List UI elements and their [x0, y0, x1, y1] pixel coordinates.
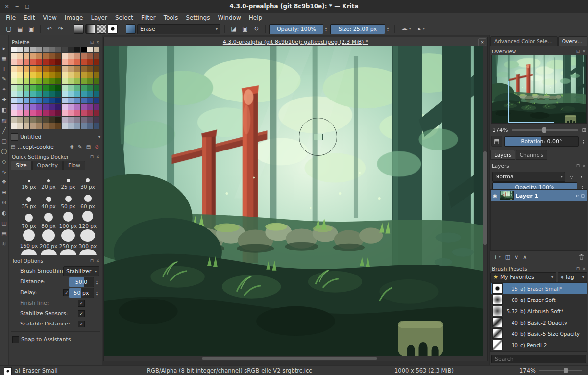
palette-swatch[interactable]	[30, 98, 36, 103]
palette-swatch[interactable]	[68, 47, 74, 52]
brush-size-option[interactable]	[58, 249, 78, 255]
palette-swatch[interactable]	[81, 66, 87, 72]
palette-swatch[interactable]	[36, 85, 42, 91]
brush-preset-row[interactable]: 5.72 b) Airbrush Soft*	[491, 305, 587, 317]
palette-swatch[interactable]	[11, 72, 17, 78]
palette-swatch[interactable]	[74, 104, 80, 110]
opacity-slider[interactable]: Opacity: 100%	[270, 24, 323, 34]
palette-swatch[interactable]	[94, 59, 99, 65]
palette-swatch[interactable]	[81, 123, 87, 129]
palette-swatch[interactable]	[43, 85, 49, 91]
duplicate-layer-button[interactable]: ◫	[505, 254, 510, 260]
brush-size-option[interactable]: 50 px	[58, 190, 78, 210]
palette-swatch[interactable]	[55, 85, 61, 91]
size-slider[interactable]: Size: 25.00 px	[330, 24, 385, 34]
close-docker-icon[interactable]: ✕	[582, 49, 586, 54]
palette-swatch[interactable]	[43, 72, 49, 78]
fill-tool-icon[interactable]: ◧	[1, 107, 6, 114]
palette-swatch[interactable]	[24, 123, 29, 129]
close-docker-icon[interactable]: ✕	[96, 40, 99, 45]
palette-swatch[interactable]	[62, 78, 68, 84]
palette-swatch[interactable]	[87, 53, 93, 59]
palette-swatch[interactable]	[24, 104, 29, 110]
palette-swatch[interactable]	[94, 47, 99, 52]
palette-swatch[interactable]	[24, 78, 29, 84]
close-docker-icon[interactable]: ✕	[582, 163, 586, 168]
menu-item[interactable]: Window	[214, 13, 245, 22]
palette-swatch[interactable]	[30, 66, 36, 72]
palette-swatch[interactable]	[74, 72, 80, 78]
palette-swatch[interactable]	[74, 85, 80, 91]
palette-swatch[interactable]	[43, 78, 49, 84]
palette-swatch[interactable]	[74, 66, 80, 72]
brush-preset-row[interactable]: 40 b) Basic-2 Opacity	[491, 317, 587, 328]
palette-swatch[interactable]	[11, 59, 17, 65]
menu-item[interactable]: Edit	[20, 13, 39, 22]
palette-swatch[interactable]	[17, 53, 23, 59]
palette-swatch[interactable]	[62, 53, 68, 59]
palette-swatch[interactable]	[11, 110, 17, 116]
tab-overview[interactable]: Overvi...	[558, 36, 587, 46]
palette-swatch[interactable]	[94, 53, 99, 59]
tag-button[interactable]: ◆ Tag ▾	[558, 272, 587, 282]
brush-size-option[interactable]: 250 px	[58, 229, 78, 249]
gradient-chooser-button[interactable]	[74, 24, 84, 34]
palette-swatch[interactable]	[43, 117, 49, 123]
palette-swatch[interactable]	[81, 78, 87, 84]
add-layer-button[interactable]: + ▾	[493, 254, 501, 260]
palette-swatch[interactable]	[94, 123, 99, 129]
palette-swatch[interactable]	[94, 91, 99, 97]
palette-folder-button[interactable]: ▤	[85, 143, 92, 150]
palette-swatch[interactable]	[81, 47, 87, 52]
palette-swatch[interactable]	[30, 110, 36, 116]
brush-size-option[interactable]: 16 px	[19, 171, 39, 190]
menu-item[interactable]: Help	[245, 13, 266, 22]
opacity-spinner[interactable]: ▴ ▾	[323, 26, 329, 31]
palette-swatch[interactable]	[94, 72, 99, 78]
palette-swatch[interactable]	[36, 123, 42, 129]
palette-swatch[interactable]	[11, 91, 17, 97]
palette-swatch[interactable]	[30, 47, 36, 52]
palette-swatch[interactable]	[74, 53, 80, 59]
gradient-fill-chooser-button[interactable]	[85, 24, 95, 34]
palette-swatch[interactable]	[81, 53, 87, 59]
palette-swatch[interactable]	[17, 123, 23, 129]
preset-search-input[interactable]	[491, 355, 586, 363]
brush-size-option[interactable]	[19, 249, 39, 255]
line-tool-icon[interactable]: ╱	[2, 127, 6, 134]
palette-swatch[interactable]	[24, 59, 29, 65]
overview-zoom-slider[interactable]	[512, 129, 578, 131]
pattern-chooser-button[interactable]	[97, 24, 106, 34]
palette-swatch[interactable]	[30, 104, 36, 110]
palette-swatch[interactable]	[55, 47, 61, 52]
palette-swatch[interactable]	[49, 53, 55, 59]
palette-swatch[interactable]	[87, 98, 93, 103]
palette-swatch[interactable]	[74, 47, 80, 52]
palette-list-name[interactable]: ...cept-cookie	[17, 144, 53, 150]
palette-swatch[interactable]	[94, 117, 99, 123]
palette-swatch[interactable]	[49, 104, 55, 110]
palette-swatch[interactable]	[36, 98, 42, 103]
palette-swatch[interactable]	[49, 123, 55, 129]
palette-swatch[interactable]	[11, 78, 17, 84]
distance-field[interactable]: 50.0	[69, 277, 94, 287]
tab-layers[interactable]: Layers	[490, 150, 515, 160]
status-color-profile[interactable]: RGB/Alpha (8-bit integer/channel) sRGB-e…	[147, 367, 312, 374]
canvas-title-bar[interactable]: 4.3.0-prealpha (git 8c9b10e): galteed.jp…	[104, 37, 487, 47]
size-spinner[interactable]: ▴ ▾	[385, 26, 391, 31]
palette-swatch[interactable]	[17, 104, 23, 110]
palette-swatch[interactable]	[55, 53, 61, 59]
chevron-down-icon[interactable]: ▾	[578, 173, 585, 180]
palette-swatch[interactable]	[87, 85, 93, 91]
palette-swatch[interactable]	[94, 98, 99, 103]
palette-swatch[interactable]	[17, 110, 23, 116]
brush-size-option[interactable]: 30 px	[78, 171, 98, 190]
palette-swatch[interactable]	[30, 53, 36, 59]
brush-preset-row[interactable]	[491, 350, 587, 352]
palette-swatch[interactable]	[11, 85, 17, 91]
palette-swatch[interactable]	[62, 66, 68, 72]
palette-swatch[interactable]	[62, 98, 68, 103]
scalable-distance-checkbox[interactable]: ✓	[78, 321, 85, 327]
palette-swatch[interactable]	[49, 91, 55, 97]
canvas-horizontal-scrollbar[interactable]	[104, 356, 483, 361]
